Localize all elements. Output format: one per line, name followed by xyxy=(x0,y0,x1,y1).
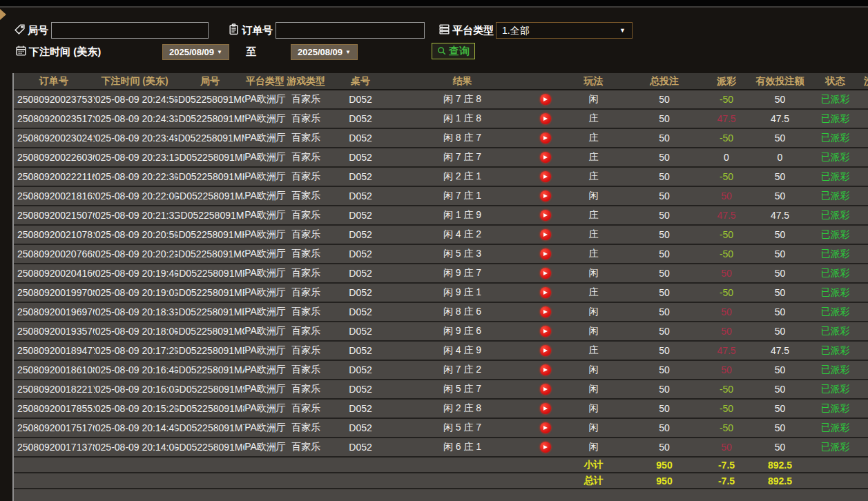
play-video-button[interactable] xyxy=(540,326,551,337)
cell-status: 已派彩 xyxy=(809,90,861,108)
cell-status: 已派彩 xyxy=(809,226,861,244)
chevron-down-icon: ▼ xyxy=(217,49,222,55)
date-from-value: 2025/08/09 xyxy=(169,47,214,57)
cell-result: 闲 2 庄 1 xyxy=(395,168,530,186)
cell-bet-side: 闲 xyxy=(561,361,626,379)
table-row: 2508092002076682025-08-09 20:20:23GD0522… xyxy=(14,245,868,264)
sum-spacer xyxy=(395,458,530,472)
cell-table-no: D052 xyxy=(326,361,395,379)
cell-order-no: 250809200189477 xyxy=(14,342,94,360)
cell-game-type: 百家乐 xyxy=(286,129,326,147)
play-icon xyxy=(543,252,548,256)
play-video-button[interactable] xyxy=(540,94,551,105)
cell-valid-bet: 47.5 xyxy=(751,342,809,360)
cell-result: 闲 8 庄 7 xyxy=(395,129,530,147)
cell-valid-bet: 50 xyxy=(751,303,809,321)
cell-bet-side: 庄 xyxy=(561,245,626,263)
play-video-button[interactable] xyxy=(540,384,551,395)
cell-total-bet: 50 xyxy=(626,206,702,224)
play-video-button[interactable] xyxy=(540,364,551,375)
play-video-button[interactable] xyxy=(540,132,551,144)
play-video-button[interactable] xyxy=(540,190,551,202)
cell-extra xyxy=(861,187,868,205)
play-icon xyxy=(543,271,548,275)
play-video-button[interactable] xyxy=(540,442,551,453)
cell-round-no: GD052258091M7 xyxy=(175,419,244,437)
date-to-picker[interactable]: 2025/08/09 ▼ xyxy=(291,44,358,60)
sum-spacer xyxy=(809,458,861,472)
play-video-button[interactable] xyxy=(540,229,551,240)
cell-extra xyxy=(861,284,868,302)
cell-video xyxy=(530,438,561,456)
cell-total-bet: 50 xyxy=(626,284,702,302)
cell-total-bet: 50 xyxy=(626,361,702,379)
cell-valid-bet: 50 xyxy=(751,400,809,418)
cell-total-bet: 50 xyxy=(626,380,702,398)
play-video-button[interactable] xyxy=(540,248,551,259)
cell-game-type: 百家乐 xyxy=(286,187,326,205)
cell-payout: 47.5 xyxy=(702,110,751,128)
cell-game-type: 百家乐 xyxy=(286,438,326,456)
column-header: 结果 xyxy=(395,73,530,89)
cell-valid-bet: 50 xyxy=(751,129,809,147)
play-icon xyxy=(543,445,548,449)
cell-platform: PA欧洲厅 xyxy=(244,322,286,340)
partial-column-header: 洗 xyxy=(861,73,868,89)
cell-round-no: GD052258091ML xyxy=(175,148,244,166)
play-video-button[interactable] xyxy=(540,403,551,414)
play-video-button[interactable] xyxy=(540,306,551,317)
play-video-button[interactable] xyxy=(540,113,551,124)
cell-bet-time: 2025-08-09 20:24:33 xyxy=(94,110,175,128)
cell-video xyxy=(530,284,561,302)
cell-bet-side: 闲 xyxy=(561,322,626,340)
play-video-button[interactable] xyxy=(540,210,551,221)
cell-valid-bet: 47.5 xyxy=(751,206,809,224)
cell-game-type: 百家乐 xyxy=(286,206,326,224)
cell-total-bet: 50 xyxy=(626,438,702,456)
play-icon xyxy=(543,233,548,237)
play-video-button[interactable] xyxy=(540,345,551,356)
play-video-button[interactable] xyxy=(540,152,551,163)
platform-type-select[interactable]: 1.全部 ▼ xyxy=(496,22,633,39)
round-number-input[interactable] xyxy=(51,22,209,39)
cell-extra xyxy=(861,342,868,360)
cell-game-type: 百家乐 xyxy=(286,110,326,128)
date-from-picker[interactable]: 2025/08/09 ▼ xyxy=(162,44,229,60)
cell-bet-time: 2025-08-09 20:18:00 xyxy=(94,322,175,340)
cell-bet-time: 2025-08-09 20:15:26 xyxy=(94,400,175,418)
sum-spacer xyxy=(244,458,286,472)
table-row: 2508092002041662025-08-09 20:19:46GD0522… xyxy=(14,264,868,284)
cell-game-type: 百家乐 xyxy=(286,264,326,282)
play-video-button[interactable] xyxy=(540,268,551,279)
cell-result: 闲 4 庄 9 xyxy=(395,342,530,360)
column-header: 平台类型 xyxy=(244,73,286,89)
cell-order-no: 250809200199708 xyxy=(14,284,94,302)
play-icon xyxy=(543,291,548,295)
cell-status: 已派彩 xyxy=(809,400,861,418)
table-row: 2508092002260362025-08-09 20:23:12GD0522… xyxy=(14,148,868,168)
cell-table-no: D052 xyxy=(326,245,395,263)
cell-platform: PA欧洲厅 xyxy=(244,187,286,205)
sum-spacer xyxy=(530,473,561,488)
cell-order-no: 250809200171378 xyxy=(14,438,94,456)
collapse-panel-arrow-icon[interactable] xyxy=(0,9,6,20)
cell-valid-bet: 50 xyxy=(751,264,809,282)
cell-status: 已派彩 xyxy=(809,264,861,282)
table-row: 2508092002221162025-08-09 20:22:36GD0522… xyxy=(14,168,868,187)
cell-order-no: 250809200196976 xyxy=(14,303,94,321)
column-header: 状态 xyxy=(809,73,861,89)
play-video-button[interactable] xyxy=(540,422,551,433)
play-icon xyxy=(543,329,548,333)
cell-extra xyxy=(861,129,868,147)
order-number-input[interactable] xyxy=(276,22,425,39)
cell-total-bet: 50 xyxy=(626,322,702,340)
play-video-button[interactable] xyxy=(540,287,551,298)
round-number-label: 局号 xyxy=(28,24,48,37)
play-video-button[interactable] xyxy=(540,171,551,182)
play-icon xyxy=(543,155,548,159)
table-row: 2508092001861082025-08-09 20:16:48GD0522… xyxy=(14,361,868,380)
play-icon xyxy=(543,136,548,140)
query-button[interactable]: 查询 xyxy=(432,43,475,59)
cell-extra xyxy=(861,168,868,186)
sum-valid-bet: 892.5 xyxy=(751,473,809,488)
